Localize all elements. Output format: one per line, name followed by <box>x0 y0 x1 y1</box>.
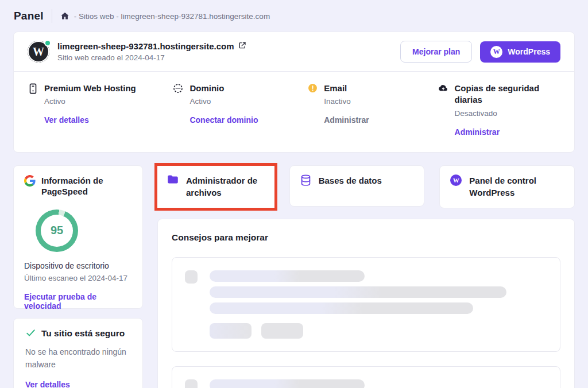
database-icon <box>300 174 311 188</box>
wordpress-site-avatar: W <box>28 41 49 63</box>
pagespeed-score: 95 <box>36 209 78 252</box>
email-manage-link[interactable]: Administrar <box>324 115 369 125</box>
databases-label: Bases de datos <box>319 174 382 187</box>
online-status-dot <box>44 40 51 46</box>
security-description: No se ha encontrado ningún malware <box>25 346 129 371</box>
wordpress-panel-card[interactable]: W Panel de control WordPress <box>439 165 575 209</box>
wordpress-icon: W <box>450 174 462 186</box>
wordpress-icon: W <box>490 46 502 58</box>
service-status: Activo <box>44 97 164 106</box>
service-name: Dominio <box>189 83 224 94</box>
databases-card[interactable]: Bases de datos <box>289 165 425 207</box>
warning-icon <box>307 83 318 93</box>
site-card: W limegreen-sheep-932781.hostingersite.c… <box>13 32 575 153</box>
globe-icon <box>173 83 183 94</box>
service-name: Email <box>324 83 347 94</box>
site-created-date: Sitio web creado el 2024-04-17 <box>57 53 392 62</box>
google-icon <box>24 175 36 189</box>
service-domain: Dominio Activo Conectar dominio <box>173 83 298 137</box>
pagespeed-title: Información de PageSpeed <box>41 175 132 197</box>
service-status: Activo <box>189 97 298 106</box>
divider <box>52 9 52 23</box>
upgrade-plan-button[interactable]: Mejorar plan <box>400 41 472 63</box>
wordpress-panel-label: Panel de control WordPress <box>469 174 564 200</box>
run-speed-test-link[interactable]: Ejecutar prueba de velocidad <box>24 292 132 311</box>
tips-card: Consejos para mejorar <box>157 219 575 388</box>
pagespeed-device: Dispositivo de escritorio <box>24 261 132 270</box>
backups-manage-link[interactable]: Administrar <box>455 127 500 137</box>
skeleton-bar <box>210 302 473 314</box>
skeleton-bar <box>210 270 365 282</box>
service-hosting: Premium Web Hosting Activo Ver detalles <box>28 83 164 137</box>
service-name: Copias de seguridad diarias <box>455 83 560 106</box>
tip-skeleton-item <box>172 257 560 352</box>
service-status: Desactivado <box>455 109 560 118</box>
file-manager-card[interactable]: Administrador de archivos <box>159 168 273 207</box>
pagespeed-score-gauge: 95 <box>36 209 78 252</box>
skeleton-chip <box>261 323 303 339</box>
cloud-icon <box>438 83 448 92</box>
security-title: Tu sitio está seguro <box>41 328 125 339</box>
pagespeed-card: Información de PageSpeed 95 Dispositivo … <box>13 165 143 309</box>
pagespeed-last-scan: Último escaneo el 2024-04-17 <box>24 274 132 282</box>
check-icon <box>25 327 36 340</box>
site-domain[interactable]: limegreen-sheep-932781.hostingersite.com <box>57 41 234 51</box>
skeleton-icon <box>185 270 198 284</box>
folder-icon <box>167 174 179 187</box>
skeleton-chip <box>210 323 252 339</box>
breadcrumb[interactable]: - Sitios web - limegreen-sheep-932781.ho… <box>60 11 270 21</box>
file-manager-label: Administrador de archivos <box>186 174 265 200</box>
service-name: Premium Web Hosting <box>44 83 136 94</box>
external-link-icon[interactable] <box>238 41 246 51</box>
skeleton-icon <box>185 379 198 388</box>
annotation-highlight-box: Administrador de archivos <box>154 163 277 211</box>
security-details-link[interactable]: Ver detalles <box>25 380 70 388</box>
service-email: Email Inactivo Administrar <box>307 83 428 137</box>
services-row: Premium Web Hosting Activo Ver detalles … <box>14 72 574 152</box>
top-bar: Panel - Sitios web - limegreen-sheep-932… <box>0 0 588 30</box>
wordpress-button[interactable]: W WordPress <box>480 41 560 63</box>
page-title: Panel <box>14 10 44 22</box>
connect-domain-link[interactable]: Conectar dominio <box>189 115 258 125</box>
tip-skeleton-item <box>172 366 560 388</box>
server-icon <box>28 83 38 94</box>
tips-title: Consejos para mejorar <box>172 232 560 243</box>
skeleton-bar <box>210 286 506 298</box>
security-card: Tu sitio está seguro No se ha encontrado… <box>13 318 143 388</box>
service-status: Inactivo <box>324 97 428 106</box>
home-icon[interactable] <box>60 11 69 21</box>
skeleton-bar <box>210 379 365 388</box>
hosting-details-link[interactable]: Ver detalles <box>44 115 89 125</box>
wordpress-button-label: WordPress <box>508 47 550 56</box>
service-backups: Copias de seguridad diarias Desactivado … <box>438 83 560 137</box>
breadcrumb-text: - Sitios web - limegreen-sheep-932781.ho… <box>74 12 270 21</box>
